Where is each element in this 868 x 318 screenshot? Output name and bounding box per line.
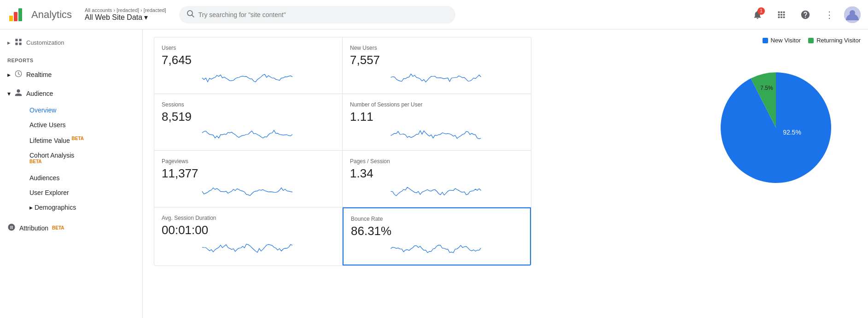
svg-rect-0: [9, 16, 13, 21]
svg-rect-9: [19, 39, 22, 41]
svg-rect-8: [15, 43, 17, 45]
sidebar-item-customization[interactable]: ▸ Customization: [0, 33, 142, 52]
cohort-analysis-beta-badge: BETA: [29, 159, 41, 164]
expand-icon: ▸: [7, 71, 11, 78]
metric-value-pages-per-session: 1.34: [350, 166, 524, 181]
clock-icon: [14, 70, 23, 79]
sidebar-item-realtime[interactable]: ▸ Realtime: [0, 65, 142, 84]
avatar[interactable]: [844, 6, 861, 23]
logo: [7, 6, 24, 23]
attribution-icon: [7, 223, 16, 233]
metric-label-users: Users: [162, 45, 335, 51]
audience-label: Audience: [26, 90, 53, 97]
sidebar-item-user-explorer[interactable]: User Explorer: [22, 185, 142, 200]
legend-returning-visitor: Returning Visitor: [808, 37, 861, 44]
notification-badge: 1: [757, 7, 765, 15]
metric-label-avg-session: Avg. Session Duration: [162, 215, 335, 221]
sidebar-item-attribution[interactable]: Attribution BETA: [0, 218, 142, 237]
sidebar: ▸ Customization REPORTS ▸ Realtime: [0, 29, 143, 318]
audience-sub-menu: Overview Active Users Lifetime Value BET…: [0, 103, 142, 215]
account-selector[interactable]: All accounts › [redacted] › [redacted] A…: [85, 7, 166, 22]
sparkline-sessions-per-user: [350, 128, 524, 141]
search-input[interactable]: [198, 11, 448, 18]
sidebar-item-overview[interactable]: Overview: [22, 103, 142, 118]
chevron-down-icon: ▾: [7, 90, 11, 97]
metric-value-bounce-rate: 86.31%: [351, 224, 523, 238]
new-visitor-color-dot: [763, 38, 768, 43]
metric-card-pageviews: Pageviews11,377: [154, 151, 343, 207]
topbar-actions: 1 ⋮: [748, 6, 861, 24]
returning-visitor-pct-label: 7.5%: [760, 85, 773, 91]
metric-value-new-users: 7,557: [350, 53, 524, 67]
content-area: Users7,645New Users7,557Sessions8,519Num…: [143, 29, 684, 318]
svg-rect-2: [18, 8, 22, 21]
customization-icon: [14, 38, 23, 47]
lifetime-value-beta-badge: BETA: [72, 136, 84, 141]
metric-card-new-users: New Users7,557: [343, 37, 531, 94]
new-visitor-label: New Visitor: [771, 37, 801, 44]
breadcrumb: All accounts › [redacted] › [redacted]: [85, 7, 166, 13]
pie-chart-container: 92.5% 7.5%: [691, 51, 861, 204]
new-visitor-slice: [721, 72, 831, 183]
sidebar-item-audience[interactable]: ▾ Audience: [0, 84, 142, 103]
metric-card-bounce-rate: Bounce Rate86.31%: [343, 207, 531, 265]
apps-button[interactable]: [772, 6, 791, 24]
metric-value-pageviews: 11,377: [162, 166, 335, 181]
chevron-down-icon: ▾: [144, 13, 148, 22]
metric-card-pages-per-session: Pages / Session1.34: [343, 151, 531, 207]
sparkline-users: [162, 71, 335, 85]
metric-label-sessions: Sessions: [162, 101, 335, 108]
sparkline-pages-per-session: [350, 184, 524, 198]
sparkline-sessions: [162, 128, 335, 141]
metric-value-sessions-per-user: 1.11: [350, 110, 524, 124]
notifications-button[interactable]: 1: [748, 6, 767, 24]
svg-rect-10: [19, 43, 22, 45]
help-button[interactable]: [796, 6, 815, 24]
sidebar-item-active-users[interactable]: Active Users: [22, 118, 142, 132]
metric-label-sessions-per-user: Number of Sessions per User: [350, 101, 524, 108]
sparkline-pageviews: [162, 184, 335, 198]
svg-rect-7: [15, 39, 17, 41]
sidebar-item-lifetime-value[interactable]: Lifetime Value BETA: [22, 132, 142, 148]
attribution-beta-badge: BETA: [52, 225, 64, 230]
metric-value-sessions: 8,519: [162, 110, 335, 124]
chart-legend: New Visitor Returning Visitor: [691, 37, 861, 44]
reports-section-label: REPORTS: [0, 52, 142, 65]
search-icon: [186, 10, 195, 20]
svg-rect-1: [14, 12, 17, 21]
legend-new-visitor: New Visitor: [763, 37, 801, 44]
metric-label-bounce-rate: Bounce Rate: [351, 216, 523, 222]
main-layout: ▸ Customization REPORTS ▸ Realtime: [0, 29, 868, 318]
account-name[interactable]: All Web Site Data ▾: [85, 13, 166, 22]
new-visitor-pct-label: 92.5%: [783, 129, 801, 136]
sidebar-item-cohort-analysis[interactable]: Cohort Analysis BETA: [22, 148, 142, 171]
metric-card-users: Users7,645: [154, 37, 343, 94]
metric-card-avg-session: Avg. Session Duration00:01:00: [154, 207, 343, 265]
expand-icon: ▸: [29, 204, 35, 211]
person-icon: [14, 88, 23, 98]
search-bar[interactable]: [179, 6, 455, 24]
metric-value-users: 7,645: [162, 53, 335, 67]
realtime-label: Realtime: [26, 71, 52, 78]
metric-card-sessions: Sessions8,519: [154, 94, 343, 151]
topbar: Analytics All accounts › [redacted] › [r…: [0, 0, 868, 29]
returning-visitor-label: Returning Visitor: [816, 37, 861, 44]
more-button[interactable]: ⋮: [820, 6, 839, 24]
app-title: Analytics: [31, 9, 72, 21]
right-panel: New Visitor Returning Visitor: [684, 29, 868, 318]
metric-label-pageviews: Pageviews: [162, 158, 335, 165]
metrics-grid: Users7,645New Users7,557Sessions8,519Num…: [154, 37, 531, 266]
sparkline-bounce-rate: [351, 242, 523, 256]
pie-chart: 92.5% 7.5%: [707, 59, 845, 197]
customization-label: Customization: [26, 39, 64, 46]
sparkline-new-users: [350, 71, 524, 85]
metric-label-new-users: New Users: [350, 45, 524, 51]
sparkline-avg-session: [162, 241, 335, 255]
expand-icon: ▸: [7, 39, 11, 46]
metric-card-sessions-per-user: Number of Sessions per User1.11: [343, 94, 531, 151]
sidebar-item-audiences[interactable]: Audiences: [22, 171, 142, 185]
sidebar-item-demographics[interactable]: ▸ Demographics: [22, 200, 142, 215]
metric-value-avg-session: 00:01:00: [162, 223, 335, 237]
attribution-label: Attribution: [19, 224, 48, 232]
svg-line-4: [192, 15, 194, 17]
